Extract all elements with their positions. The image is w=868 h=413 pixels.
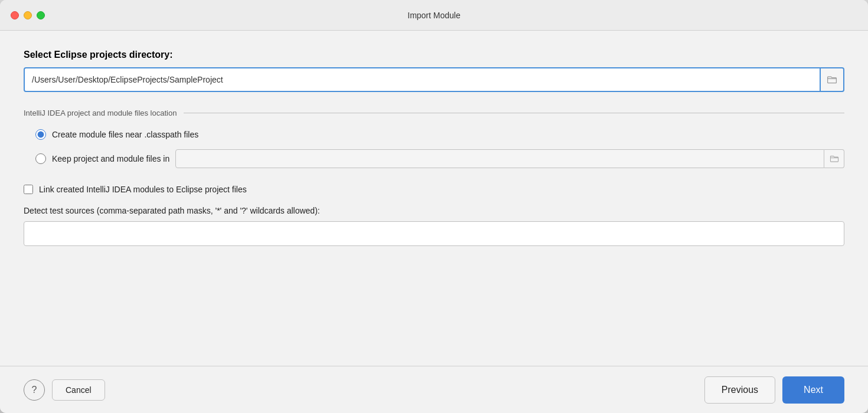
module-location-divider: IntelliJ IDEA project and module files l…: [24, 109, 844, 117]
footer: ? Cancel Previous Next: [0, 366, 868, 413]
traffic-lights: [11, 11, 45, 19]
module-path-browse-button[interactable]: [824, 149, 844, 168]
folder-icon-small: [830, 155, 839, 163]
previous-button[interactable]: Previous: [704, 376, 775, 404]
radio-row-2: Keep project and module files in: [35, 149, 844, 168]
footer-left: ? Cancel: [24, 379, 105, 401]
radio-classpath[interactable]: [35, 129, 46, 140]
help-button[interactable]: ?: [24, 379, 45, 401]
divider-line: [184, 113, 844, 113]
maximize-button[interactable]: [37, 11, 45, 19]
titlebar: Import Module: [0, 0, 868, 31]
next-button[interactable]: Next: [782, 376, 844, 404]
module-location-label: IntelliJ IDEA project and module files l…: [24, 109, 177, 117]
import-module-window: Import Module Select Eclipse projects di…: [0, 0, 868, 413]
radio-custom-path[interactable]: [35, 153, 46, 164]
directory-row: [24, 67, 844, 92]
directory-browse-button[interactable]: [821, 67, 844, 92]
window-title: Import Module: [407, 11, 460, 20]
detect-input[interactable]: [24, 221, 844, 246]
detect-section: Detect test sources (comma-separated pat…: [24, 206, 844, 246]
checkbox-row: Link created IntelliJ IDEA modules to Ec…: [24, 185, 844, 194]
radio-classpath-label: Create module files near .classpath file…: [52, 130, 198, 139]
directory-input[interactable]: [24, 67, 821, 92]
radio-custom-path-label: Keep project and module files in: [52, 154, 169, 163]
minimize-button[interactable]: [24, 11, 32, 19]
folder-icon: [827, 75, 837, 84]
module-path-row: [175, 149, 844, 168]
radio-row-1: Create module files near .classpath file…: [35, 129, 844, 140]
cancel-button[interactable]: Cancel: [52, 379, 105, 401]
directory-section: Select Eclipse projects directory:: [24, 50, 844, 109]
directory-section-label: Select Eclipse projects directory:: [24, 50, 844, 60]
link-modules-checkbox[interactable]: [24, 185, 33, 194]
close-button[interactable]: [11, 11, 19, 19]
module-path-input[interactable]: [175, 149, 824, 168]
main-content: Select Eclipse projects directory: Intel…: [0, 31, 868, 366]
link-modules-label: Link created IntelliJ IDEA modules to Ec…: [39, 185, 247, 194]
radio-group: Create module files near .classpath file…: [24, 129, 844, 168]
footer-right: Previous Next: [704, 376, 844, 404]
detect-label: Detect test sources (comma-separated pat…: [24, 206, 844, 215]
